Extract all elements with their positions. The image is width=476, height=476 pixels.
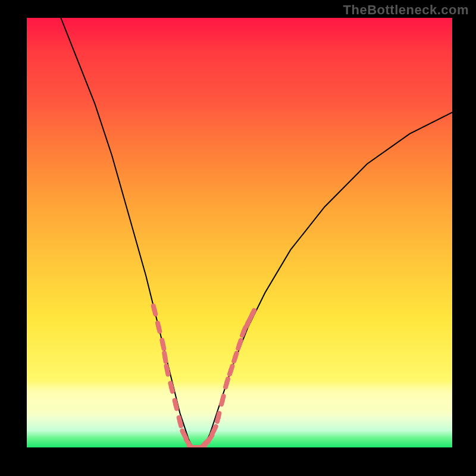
watermark-text: TheBottleneck.com <box>343 2 469 18</box>
curve-marker-dot <box>216 415 221 420</box>
curve-layer <box>61 18 452 447</box>
curve-marker-dot <box>177 419 182 424</box>
curve-marker-dot <box>207 437 212 441</box>
curve-marker-dot <box>182 432 187 437</box>
curve-marker-dot <box>237 342 242 347</box>
bottleneck-curve <box>61 18 452 447</box>
curve-marker-dot <box>161 342 165 347</box>
curve-marker-dot <box>169 385 174 390</box>
curve-marker-dot <box>165 368 170 372</box>
marker-layer <box>152 306 255 447</box>
curve-marker-dot <box>156 325 161 330</box>
curve-marker-dot <box>212 428 217 433</box>
curve-marker-dot <box>250 312 255 317</box>
curve-marker-dot <box>233 355 237 359</box>
chart-svg <box>27 18 452 447</box>
curve-marker-dot <box>152 308 157 312</box>
curve-marker-dot <box>246 321 250 325</box>
curve-marker-dot <box>162 355 167 359</box>
curve-marker-dot <box>220 398 225 403</box>
chart-frame: TheBottleneck.com <box>0 0 476 476</box>
curve-marker-dot <box>228 368 233 372</box>
curve-marker-dot <box>224 381 229 386</box>
curve-marker-dot <box>173 402 178 407</box>
curve-marker-dot <box>242 329 246 334</box>
